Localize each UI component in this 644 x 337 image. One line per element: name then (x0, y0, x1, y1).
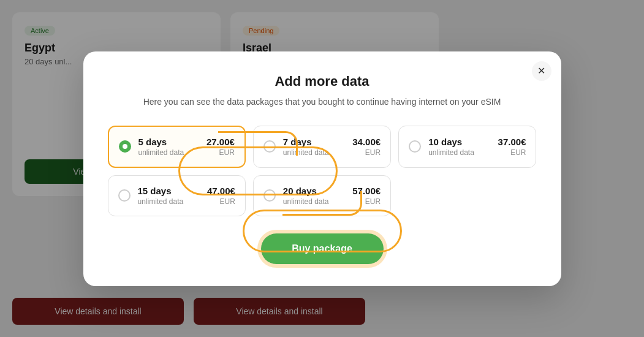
package-amount-5days: 27.00€ (206, 137, 235, 147)
modal-overlay: ✕ Add more data Here you can see the dat… (0, 0, 644, 337)
package-currency-20days: EUR (352, 197, 381, 206)
package-amount-7days: 34.00€ (352, 137, 381, 147)
package-data-10days: unlimited data (428, 148, 490, 157)
package-data-7days: unlimited data (283, 148, 345, 157)
package-days-15days: 15 days (138, 186, 200, 196)
modal-title: Add more data (108, 74, 537, 89)
radio-20days (263, 189, 276, 202)
package-card-15days[interactable]: 15 days unlimited data 47.00€ EUR (108, 175, 246, 216)
radio-15days (118, 189, 131, 202)
package-info-15days: 15 days unlimited data (138, 186, 200, 206)
package-days-7days: 7 days (283, 137, 345, 147)
package-data-15days: unlimited data (138, 197, 200, 206)
package-price-20days: 57.00€ EUR (352, 186, 381, 206)
buy-package-button[interactable]: Buy package (261, 233, 384, 264)
package-data-5days: unlimited data (138, 148, 199, 157)
package-amount-15days: 47.00€ (207, 186, 235, 196)
package-amount-20days: 57.00€ (352, 186, 381, 196)
package-currency-5days: EUR (206, 148, 235, 157)
modal-close-button[interactable]: ✕ (532, 61, 551, 81)
modal-subtitle: Here you can see the data packages that … (108, 96, 537, 108)
package-info-7days: 7 days unlimited data (283, 137, 345, 157)
radio-7days (263, 140, 276, 153)
package-currency-7days: EUR (352, 148, 381, 157)
package-card-10days[interactable]: 10 days unlimited data 37.00€ EUR (398, 126, 536, 168)
package-days-20days: 20 days (283, 186, 345, 196)
package-currency-10days: EUR (498, 148, 526, 157)
radio-5days (119, 140, 131, 153)
package-info-10days: 10 days unlimited data (428, 137, 490, 157)
package-days-5days: 5 days (138, 137, 199, 147)
package-card-5days[interactable]: 5 days unlimited data 27.00€ EUR (108, 126, 246, 168)
packages-grid-row2: 15 days unlimited data 47.00€ EUR 20 day… (108, 175, 537, 216)
empty-cell (398, 175, 536, 216)
package-price-10days: 37.00€ EUR (498, 137, 526, 157)
package-amount-10days: 37.00€ (498, 137, 526, 147)
package-data-20days: unlimited data (283, 197, 345, 206)
package-card-7days[interactable]: 7 days unlimited data 34.00€ EUR (253, 126, 391, 168)
package-price-7days: 34.00€ EUR (352, 137, 381, 157)
package-currency-15days: EUR (207, 197, 235, 206)
package-info-20days: 20 days unlimited data (283, 186, 345, 206)
package-price-5days: 27.00€ EUR (206, 137, 235, 157)
package-card-20days[interactable]: 20 days unlimited data 57.00€ EUR (253, 175, 391, 216)
packages-grid-row1: 5 days unlimited data 27.00€ EUR 7 days … (108, 126, 537, 168)
package-info-5days: 5 days unlimited data (138, 137, 199, 157)
package-price-15days: 47.00€ EUR (207, 186, 235, 206)
radio-10days (409, 140, 421, 153)
modal-container: ✕ Add more data Here you can see the dat… (83, 51, 561, 286)
package-days-10days: 10 days (428, 137, 490, 147)
